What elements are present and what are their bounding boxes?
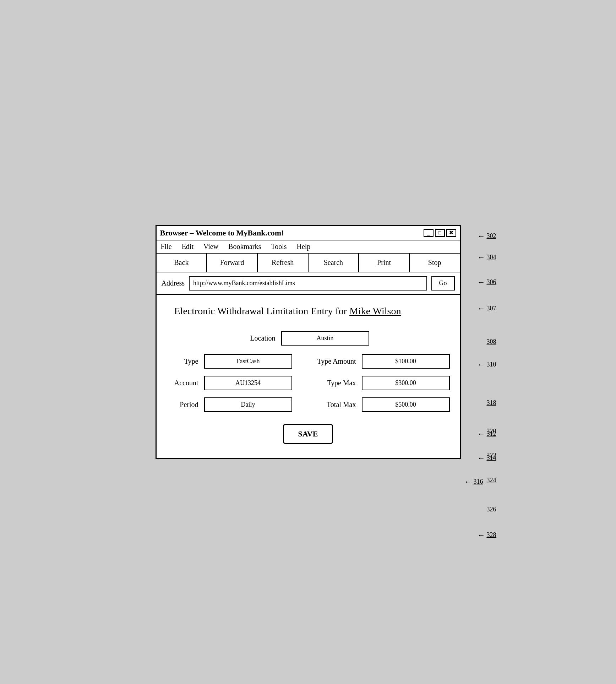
arrow-302: ←	[478, 232, 485, 241]
menu-bookmarks[interactable]: Bookmarks	[228, 243, 261, 251]
annotation-308: 308	[487, 338, 496, 346]
period-label: Period	[167, 401, 198, 409]
type-max-row: Type Max	[314, 376, 450, 390]
type-max-label: Type Max	[314, 379, 356, 387]
arrow-306: ←	[478, 278, 485, 287]
address-label: Address	[162, 279, 185, 287]
content-area: Electronic Withdrawal Limitation Entry f…	[157, 295, 460, 458]
menu-view[interactable]: View	[203, 243, 218, 251]
annotation-306: ← 306	[478, 278, 496, 287]
arrow-314: ←	[478, 454, 485, 463]
annotation-310: ← 310	[478, 360, 496, 369]
arrow-304: ←	[478, 253, 485, 262]
annotation-314: ← 314	[478, 454, 496, 463]
address-bar: Address Go	[157, 272, 460, 295]
type-max-input[interactable]	[362, 376, 450, 390]
num-312: 312	[487, 430, 496, 438]
two-col-section: Type Account Period	[171, 354, 446, 412]
annotation-304: ← 304	[478, 253, 496, 262]
period-row: Period	[167, 397, 292, 412]
num-328: 328	[487, 531, 496, 539]
page-title-prefix: Electronic Withdrawal Limitation Entry f…	[174, 305, 350, 316]
minimize-button[interactable]: ⎯	[424, 229, 434, 237]
close-icon: ✖	[449, 230, 453, 236]
menu-tools[interactable]: Tools	[271, 243, 287, 251]
menu-file[interactable]: File	[161, 243, 172, 251]
forward-button[interactable]: Forward	[207, 254, 258, 272]
nav-bar: Back Forward Refresh Search Print Stop	[157, 254, 460, 272]
save-row: SAVE	[283, 424, 333, 444]
type-amount-input[interactable]	[362, 354, 450, 369]
annotation-328: ← 328	[478, 531, 496, 540]
type-amount-row: Type Amount	[314, 354, 450, 369]
annotation-326: 326	[487, 506, 496, 513]
period-input[interactable]	[204, 397, 292, 412]
window-controls: ⎯ □ ✖	[424, 229, 456, 237]
num-310: 310	[487, 361, 496, 368]
location-row: Location	[247, 331, 369, 346]
arrow-307: ←	[478, 304, 485, 313]
account-input[interactable]	[204, 376, 292, 390]
menu-edit[interactable]: Edit	[182, 243, 193, 251]
search-button[interactable]: Search	[309, 254, 359, 272]
total-max-input[interactable]	[362, 397, 450, 412]
left-col: Type Account Period	[167, 354, 292, 412]
num-308: 308	[487, 338, 496, 346]
browser-title: Browser – Welcome to MyBank.com!	[160, 228, 284, 238]
arrow-316: ←	[464, 477, 472, 487]
right-col: Type Amount Type Max Total Max	[314, 354, 450, 412]
num-304: 304	[487, 254, 496, 261]
total-max-row: Total Max	[314, 397, 450, 412]
arrow-312: ←	[478, 429, 485, 439]
account-row: Account	[167, 376, 292, 390]
address-input[interactable]	[189, 276, 427, 291]
title-bar: Browser – Welcome to MyBank.com! ⎯ □ ✖	[157, 226, 460, 240]
num-302: 302	[487, 232, 496, 240]
user-name-link[interactable]: Mike Wilson	[349, 305, 401, 316]
browser-window: Browser – Welcome to MyBank.com! ⎯ □ ✖ F…	[156, 225, 461, 459]
arrow-328: ←	[478, 531, 485, 540]
num-326: 326	[487, 506, 496, 513]
annotation-307: ← 307	[478, 304, 496, 313]
type-amount-label: Type Amount	[314, 357, 356, 365]
close-button[interactable]: ✖	[446, 229, 456, 237]
maximize-icon: □	[438, 230, 441, 236]
annotations: ← 302 ← 304 ← 306 ← 307 308 ← 310 318 32…	[464, 225, 496, 459]
num-316: 316	[474, 478, 483, 485]
annotation-318: 318	[487, 399, 496, 407]
annotation-316: ← 316	[464, 477, 483, 487]
page-title: Electronic Withdrawal Limitation Entry f…	[174, 305, 446, 317]
arrow-310: ←	[478, 360, 485, 369]
menu-bar: File Edit View Bookmarks Tools Help	[157, 240, 460, 254]
back-button[interactable]: Back	[157, 254, 207, 272]
form-section: Location Type Account	[171, 331, 446, 444]
minimize-icon: ⎯	[427, 230, 430, 236]
type-row: Type	[167, 354, 292, 369]
location-input[interactable]	[281, 331, 369, 346]
num-318: 318	[487, 399, 496, 407]
annotation-302: ← 302	[478, 232, 496, 241]
annotation-312: ← 312	[478, 429, 496, 439]
total-max-label: Total Max	[314, 401, 356, 409]
num-306: 306	[487, 278, 496, 286]
type-input[interactable]	[204, 354, 292, 369]
type-label: Type	[167, 357, 198, 365]
refresh-button[interactable]: Refresh	[258, 254, 309, 272]
account-label: Account	[167, 379, 198, 387]
num-314: 314	[487, 454, 496, 462]
go-button[interactable]: Go	[431, 276, 455, 291]
num-324: 324	[487, 477, 496, 484]
save-button[interactable]: SAVE	[283, 424, 333, 444]
annotation-324: 324	[487, 477, 496, 484]
maximize-button[interactable]: □	[435, 229, 445, 237]
num-307: 307	[487, 305, 496, 312]
menu-help[interactable]: Help	[296, 243, 310, 251]
stop-button[interactable]: Stop	[410, 254, 460, 272]
location-label: Location	[247, 334, 276, 342]
print-button[interactable]: Print	[359, 254, 410, 272]
